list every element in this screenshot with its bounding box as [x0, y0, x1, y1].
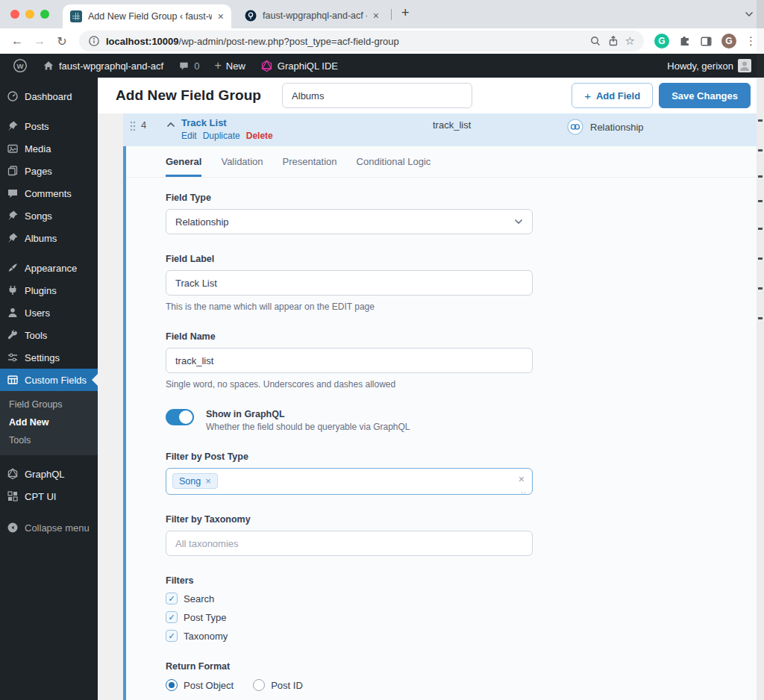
- tab-general[interactable]: General: [166, 146, 201, 177]
- field-row-track-list[interactable]: 4 Track List Edit Duplicate Delete track…: [123, 113, 757, 146]
- wrench-icon: [7, 329, 19, 341]
- maximize-window-button[interactable]: [40, 10, 49, 19]
- checkbox-checked-icon[interactable]: ✓: [166, 593, 178, 604]
- field-group-title-input[interactable]: [282, 83, 472, 108]
- browser-tab-active[interactable]: Add New Field Group ‹ faust-w ×: [63, 4, 231, 28]
- bookmark-star-icon[interactable]: ☆: [625, 34, 635, 48]
- settings-sliders-icon: [7, 351, 19, 363]
- browser-menu-icon[interactable]: ⋮: [745, 34, 757, 48]
- browser-tab-inactive[interactable]: faust-wpgraphql-and-acf - ×: [239, 6, 385, 25]
- settings-tabbar: General Validation Presentation Conditio…: [126, 146, 757, 178]
- filter-taxonomy-label: Filter by Taxonomy: [166, 514, 757, 525]
- graphiql-ide-menu[interactable]: GraphiQL IDE: [255, 54, 343, 78]
- field-name-input[interactable]: [166, 348, 533, 373]
- collapse-menu-button[interactable]: Collapse menu: [0, 516, 98, 539]
- new-content-menu[interactable]: + New: [209, 54, 250, 78]
- new-tab-button[interactable]: +: [401, 5, 410, 21]
- sidebar-item-cpt-ui[interactable]: CPT UI: [0, 485, 98, 507]
- comments-menu[interactable]: 0: [173, 54, 204, 78]
- duplicate-field-link[interactable]: Duplicate: [203, 131, 240, 141]
- clear-select-icon[interactable]: ×: [519, 473, 525, 485]
- save-changes-button[interactable]: Save Changes: [659, 83, 751, 108]
- sidebar-item-users[interactable]: Users: [0, 301, 98, 324]
- wp-logo-menu[interactable]: W: [7, 54, 33, 78]
- sidebar-item-songs[interactable]: Songs: [0, 204, 98, 227]
- zoom-icon[interactable]: [589, 35, 601, 47]
- sidebar-item-custom-fields[interactable]: Custom Fields: [0, 369, 98, 391]
- radio-post-object[interactable]: Post Object: [166, 679, 234, 691]
- checkbox-checked-icon[interactable]: ✓: [166, 630, 178, 642]
- sidebar-label: Media: [25, 143, 51, 154]
- sidebar-item-appearance[interactable]: Appearance: [0, 257, 98, 279]
- sidebar-item-pages[interactable]: Pages: [0, 160, 98, 182]
- browser-profile-avatar[interactable]: G: [721, 34, 736, 49]
- remove-tag-icon[interactable]: ×: [205, 475, 211, 487]
- sidebar-item-albums[interactable]: Albums: [0, 227, 98, 249]
- tab-close-icon[interactable]: ×: [373, 10, 379, 22]
- submenu-add-new[interactable]: Add New: [0, 413, 98, 431]
- grammarly-extension-icon[interactable]: G: [654, 34, 669, 49]
- wp-admin-bar: W faust-wpgraphql-and-acf 0 + New Graphi…: [0, 54, 764, 78]
- sidebar-label: Pages: [25, 166, 52, 177]
- forward-button[interactable]: →: [30, 34, 49, 48]
- submenu-field-groups[interactable]: Field Groups: [0, 396, 98, 413]
- field-title-link[interactable]: Track List: [181, 117, 273, 128]
- radio-selected-icon[interactable]: [166, 679, 178, 691]
- field-label-input[interactable]: [166, 270, 533, 296]
- tab-close-icon[interactable]: ×: [218, 10, 224, 22]
- radio-unselected-icon[interactable]: [253, 679, 265, 691]
- collapse-field-chevron-icon[interactable]: [166, 122, 175, 128]
- delete-field-link[interactable]: Delete: [246, 131, 273, 141]
- sidebar-item-plugins[interactable]: Plugins: [0, 279, 98, 301]
- filter-option-search[interactable]: ✓ Search: [166, 593, 757, 604]
- pin-icon: [7, 232, 19, 244]
- plus-icon: +: [214, 59, 221, 72]
- sidebar-item-posts[interactable]: Posts: [0, 115, 98, 137]
- share-icon[interactable]: [607, 35, 619, 47]
- return-format-label: Return Format: [166, 661, 757, 672]
- tab-search-chevron-icon[interactable]: [745, 11, 754, 17]
- my-account-menu[interactable]: Howdy, gerixon: [662, 54, 757, 78]
- drag-handle-icon[interactable]: [129, 120, 137, 132]
- show-in-graphql-toggle[interactable]: [166, 409, 194, 425]
- site-name-menu[interactable]: faust-wpgraphql-and-acf: [37, 54, 169, 78]
- sidebar-item-settings[interactable]: Settings: [0, 346, 98, 369]
- minimize-window-button[interactable]: [25, 10, 34, 19]
- radio-post-id[interactable]: Post ID: [253, 679, 303, 691]
- side-panel-icon[interactable]: [700, 35, 713, 48]
- address-bar[interactable]: localhost:10009/wp-admin/post-new.php?po…: [79, 31, 644, 51]
- url-path: /wp-admin/post-new.php?post_type=acf-fie…: [179, 36, 399, 47]
- user-avatar: [738, 59, 751, 72]
- sidebar-item-tools[interactable]: Tools: [0, 324, 98, 346]
- add-field-button[interactable]: + Add Field: [572, 83, 653, 108]
- tab-validation[interactable]: Validation: [221, 146, 263, 177]
- field-label-hint: This is the name which will appear on th…: [166, 301, 757, 312]
- submenu-tools[interactable]: Tools: [0, 431, 98, 449]
- site-info-icon[interactable]: [88, 35, 100, 47]
- tab-conditional-logic[interactable]: Conditional Logic: [357, 146, 431, 177]
- field-title-block: Track List Edit Duplicate Delete: [181, 117, 273, 141]
- field-type-select[interactable]: Relationship: [166, 209, 533, 234]
- checkbox-checked-icon[interactable]: ✓: [166, 611, 178, 623]
- show-in-graphql-hint: Whether the field should be queryable vi…: [206, 422, 410, 432]
- filter-option-post-type[interactable]: ✓ Post Type: [166, 611, 757, 623]
- taxonomy-select-input[interactable]: [166, 531, 533, 556]
- reload-button[interactable]: ↻: [52, 34, 72, 49]
- page-header: Add New Field Group + Add Field Save Cha…: [98, 78, 764, 113]
- plugin-icon: [7, 284, 19, 296]
- relationship-icon: [567, 119, 583, 135]
- sidebar-item-comments[interactable]: Comments: [0, 182, 98, 204]
- post-type-multiselect[interactable]: Song × × ..: [166, 468, 533, 495]
- field-label-group: Field Label This is the name which will …: [166, 254, 757, 312]
- filter-option-taxonomy[interactable]: ✓ Taxonomy: [166, 630, 757, 642]
- close-window-button[interactable]: [10, 10, 19, 19]
- extensions-puzzle-icon[interactable]: [678, 35, 691, 48]
- sidebar-item-media[interactable]: Media: [0, 137, 98, 160]
- back-button[interactable]: ←: [7, 34, 27, 48]
- sidebar-item-dashboard[interactable]: Dashboard: [0, 85, 98, 107]
- field-type-value: Relationship: [567, 119, 644, 135]
- tab-presentation[interactable]: Presentation: [283, 146, 337, 177]
- edit-field-link[interactable]: Edit: [181, 131, 197, 141]
- sidebar-item-graphql[interactable]: GraphQL: [0, 463, 98, 485]
- plus-icon: +: [584, 90, 591, 102]
